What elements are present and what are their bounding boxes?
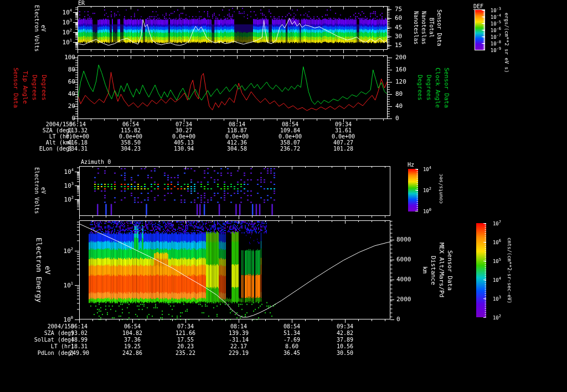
panel4-y-axis-label: Electron EnergyeV [34,221,52,319]
table1-cell: 407.27 [317,140,370,146]
panel3-title: Azimuth 0 [81,159,111,165]
table1-cell: 358.07 [264,140,317,146]
table2-cell: 229.19 [212,350,265,356]
panel3-ytick: 102 [54,196,74,203]
hz-colorbar-label: Hz [408,162,414,168]
table1-cell: 31.61 [317,127,370,133]
hz-colorbar-tick: 102 [419,187,431,194]
table1-cell: 0.0e+00 [210,133,264,140]
table2-cell: 20.23 [159,343,212,349]
table2-cell: 249.90 [53,350,106,356]
table1-cell: 113.32 [51,127,104,133]
panel1-right-axis-label: Sensor DataBTotalNanoteslasNanoteslas [412,1,443,54]
def-colorbar-units: ergs/(cm**2 sr eV s) [503,1,511,84]
panel4-right-tick: 2000 [396,296,411,302]
hz-colorbar-tick: 104 [419,166,431,173]
cnts-colorbar-tick: 102 [488,314,501,321]
table2-cell: 93.02 [53,330,106,336]
table2-cell: 17.55 [159,337,212,343]
panel3-ytick: 104 [54,168,74,175]
panel3-azimuth-spectrogram [79,166,390,216]
panel1-right-tick: 60 [395,15,402,21]
panel1-right-tick: 75 [395,6,402,12]
table2-cell: -31.14 [212,337,265,343]
panel2-left-axis-label: Sensor DataTip AngleDegreesDegrees [11,56,49,119]
panel2-left-tick: 20 [53,103,75,109]
panel1-right-tick: 45 [395,24,402,30]
panel1-y-axis-label: Electron VoltseV [33,4,47,52]
table1-cell: 06:14 [51,121,104,127]
table1-cell: 334.31 [51,146,104,152]
hz-colorbar [408,169,418,212]
table1-cell: 0.0e+00 [104,133,157,140]
table1-cell: 236.72 [264,146,317,152]
panel1-ytick: 104 [53,9,72,16]
panel1-title: ER [78,0,85,6]
table2-cell: 51.34 [265,330,318,336]
panel4-right-tick: 8000 [396,236,411,243]
table1-cell: 0.0e+00 [157,133,210,140]
table2-cell: 242.86 [106,350,159,356]
cnts-colorbar-tick: 107 [488,220,501,227]
panel1-spectrogram [78,6,388,50]
table1-cell: 304.58 [210,146,264,152]
hz-colorbar-tick: 100 [419,208,431,215]
def-colorbar [475,10,484,50]
panel4-energy-spectrogram [79,220,390,319]
table1-cell: 101.28 [317,146,370,152]
table2-cell: 36.45 [265,350,318,356]
table2-cell: -7.69 [265,337,318,343]
panel4-ytick: 100 [51,316,73,323]
panel2-left-tick: 0 [53,115,75,121]
panel1-right-tick: 30 [395,33,402,39]
table2-cell: 37.36 [106,337,159,343]
cnts-colorbar-tick: 106 [488,239,501,246]
table2-cell: 08:14 [212,323,265,329]
table1-cell: 118.87 [210,127,264,133]
cnts-colorbar-tick: 103 [488,296,501,302]
cnts-colorbar [476,223,486,317]
table2-cell: 09:34 [318,323,372,329]
panel4-right-tick: 6000 [396,256,411,262]
table1-cell: 0.0e+00 [317,133,370,140]
table2-cell: 19.25 [106,343,159,349]
table2-cell: 104.82 [106,330,159,336]
table1-cell: 06:54 [104,121,157,127]
table2-cell: 06:14 [53,323,106,329]
panel2-left-tick: 100 [53,54,75,60]
table1-cell: 09:34 [317,121,370,127]
panel2-left-tick: 40 [53,91,75,97]
panel3-y-axis-label: Electron VoltseV [33,164,47,217]
table1-cell: 416.18 [51,140,104,146]
panel1-ytick: 102 [53,29,72,35]
panel1-ytick: 103 [53,19,72,25]
table2-cell: 10.56 [318,343,372,349]
table1-cell: 08:54 [264,121,317,127]
hz-colorbar-units: counts/sec [437,164,445,214]
table1-cell: 358.50 [104,140,157,146]
table2-cell: 22.17 [212,343,265,349]
table2-cell: 37.89 [318,337,372,343]
def-colorbar-tick: 10-9 [487,47,501,54]
table2-cell: 30.50 [318,350,372,356]
panel2-right-tick: 120 [395,79,406,85]
table1-cell: 130.94 [157,146,210,152]
table1-cell: 07:34 [157,121,210,127]
panel1-ytick: 101 [53,39,72,45]
table1-cell: 08:14 [210,121,264,127]
table2-cell: 48.99 [53,337,106,343]
panel2-right-tick: 80 [395,91,403,97]
table1-cell: 115.82 [104,127,157,133]
table2-cell: 07:34 [159,323,212,329]
table1-cell: 0.0e+00 [51,133,104,140]
panel2-right-tick: 200 [395,54,406,60]
panel4-right-tick: 4000 [396,276,411,282]
table2-cell: 121.66 [159,330,212,336]
panel4-right-tick: 0 [396,316,400,322]
panel4-ytick: 102 [51,247,73,254]
table1-cell: 30.27 [157,127,210,133]
panel4-ytick: 101 [51,282,73,288]
panel2-right-axis-label: Sensor DataClock AngleDegreesDegrees [415,56,451,119]
table2-cell: 06:54 [106,323,159,329]
plot-figure: ER Azimuth 0 DEF Hz 10410310210110410310… [0,0,567,392]
